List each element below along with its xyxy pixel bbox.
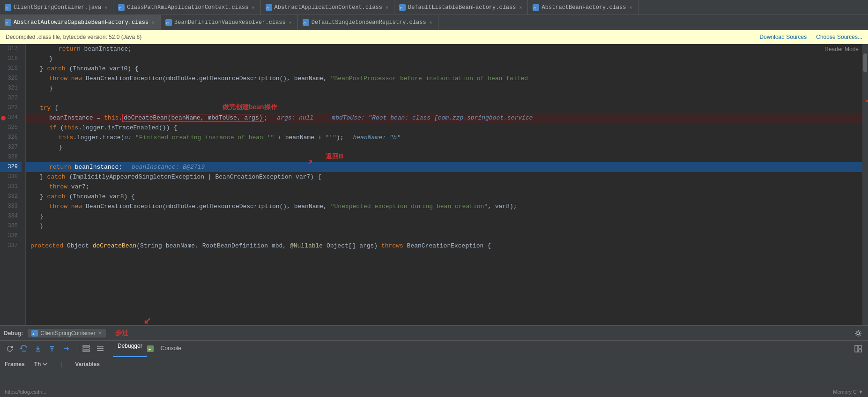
code-line-336 xyxy=(26,231,862,241)
line-321: 321 xyxy=(0,83,22,93)
status-bar: https://blog.csdn... Memory C ▼ xyxy=(0,386,868,397)
tab-label: AbstractBeanFactory.class xyxy=(542,4,626,11)
line-numbers: 317 318 319 320 321 322 323 324 325 326 … xyxy=(0,44,26,325)
svg-text:C: C xyxy=(119,7,121,10)
info-bar-right: Download Sources Choose Sources... xyxy=(760,34,862,40)
step-over-btn[interactable] xyxy=(18,343,30,355)
tab-close[interactable]: ✕ xyxy=(251,4,256,11)
svg-rect-23 xyxy=(83,348,89,349)
code-line-321: } xyxy=(26,83,862,93)
line-337: 337 xyxy=(0,241,22,251)
tab-client-spring[interactable]: J ClientSpringContainer.java ✕ xyxy=(0,0,113,15)
code-line-326: this.logger.trace(o: "Finished creating … xyxy=(26,133,862,142)
svg-rect-32 xyxy=(859,349,861,352)
code-line-327: } xyxy=(26,142,862,152)
view-table-btn[interactable] xyxy=(80,343,92,355)
download-sources-link[interactable]: Download Sources xyxy=(760,34,807,40)
svg-rect-24 xyxy=(83,350,89,352)
tab-abstractapp[interactable]: C AbstractApplicationContext.class ✕ xyxy=(261,0,394,15)
layout-btn[interactable] xyxy=(852,343,864,355)
line-318: 318 xyxy=(0,54,22,64)
debug-toolbar: Debugger ► Console xyxy=(0,341,868,357)
th-section[interactable]: Th xyxy=(34,361,48,367)
main-area: Reader Mode 317 318 319 320 321 322 323 … xyxy=(0,44,868,325)
code-line-317: return beanInstance; xyxy=(26,44,862,54)
step-into-icon xyxy=(34,345,42,353)
svg-text:C: C xyxy=(6,22,8,25)
step-over-icon xyxy=(20,345,28,353)
svg-text:C: C xyxy=(166,22,169,25)
tab-close[interactable]: ✕ xyxy=(518,4,523,11)
memory-indicator[interactable]: Memory C ▼ xyxy=(833,389,863,395)
console-tab[interactable]: Console xyxy=(156,343,186,354)
class-icon: C xyxy=(266,4,272,11)
code-line-324: beanInstance = this.doCreateBean(beanNam… xyxy=(26,113,862,123)
tab-defaultlistable[interactable]: C DefaultListableBeanFactory.class ✕ xyxy=(394,0,528,15)
tab-classpathxml[interactable]: C ClassPathXmlApplicationContext.class ✕ xyxy=(113,0,260,15)
toolbar-divider xyxy=(76,344,76,353)
status-url: https://blog.csdn... xyxy=(5,389,46,395)
tab-close[interactable]: ✕ xyxy=(429,19,433,26)
svg-rect-22 xyxy=(83,345,89,347)
tab-abstractautowire[interactable]: C AbstractAutowireCapableBeanFactory.cla… xyxy=(0,15,161,30)
rerun-button[interactable] xyxy=(4,343,16,355)
line-332: 332 xyxy=(0,192,22,202)
svg-text:J: J xyxy=(6,6,7,10)
debug-label: Debug: xyxy=(4,330,23,337)
annotation-return-b: 返回B xyxy=(326,151,343,161)
step-annotation: ↙ 步过 xyxy=(115,329,128,337)
session-close[interactable]: ✕ xyxy=(98,330,102,336)
line-325: 325 xyxy=(0,123,22,133)
frames-section[interactable]: Frames xyxy=(5,361,25,367)
code-line-328: 返回B ➜ xyxy=(26,152,862,162)
tab-beandefinition[interactable]: C BeanDefinitionValueResolver.class ✕ xyxy=(161,15,298,30)
info-text: Decompiled .class file, bytecode version… xyxy=(6,34,141,40)
tab-close[interactable]: ✕ xyxy=(629,4,633,11)
step-into-btn[interactable] xyxy=(32,343,44,355)
line-319: 319 xyxy=(0,64,22,74)
vertical-scrollbar[interactable] xyxy=(862,44,868,325)
tab-close[interactable]: ✕ xyxy=(104,4,108,11)
code-line-322 xyxy=(26,93,862,103)
debugger-tab[interactable]: Debugger xyxy=(113,341,147,357)
class-icon: C xyxy=(118,4,125,11)
tab-label: ClassPathXmlApplicationContext.class xyxy=(127,4,248,11)
tab-defaultsingleton[interactable]: C DefaultSingletonBeanRegistry.class ✕ xyxy=(298,15,438,30)
variables-section[interactable]: Variables xyxy=(75,361,100,367)
breakpoint-icon[interactable] xyxy=(1,116,6,120)
tab-close[interactable]: ✕ xyxy=(385,4,389,11)
scrollbar-thumb[interactable] xyxy=(863,53,867,72)
debug-panel: Debug: J ClientSpringContainer ✕ ↙ 步过 xyxy=(0,325,868,386)
code-line-329: return beanInstance; beanInstance: B@271… xyxy=(26,162,862,172)
tab-label: DefaultListableBeanFactory.class xyxy=(408,4,516,11)
step-out-btn[interactable] xyxy=(46,343,58,355)
tab-label: ClientSpringContainer.java xyxy=(14,4,101,11)
step-out-icon xyxy=(48,345,56,353)
chevron-down-icon xyxy=(42,361,48,367)
settings-button[interactable] xyxy=(852,327,864,339)
debug-session[interactable]: J ClientSpringContainer ✕ xyxy=(28,329,105,337)
code-line-325: if (this.logger.isTraceEnabled()) { xyxy=(26,123,862,133)
class-icon: C xyxy=(165,19,172,26)
tab-abstractbean[interactable]: C AbstractBeanFactory.class ✕ xyxy=(528,0,638,15)
svg-point-18 xyxy=(857,332,860,335)
class-icon: C xyxy=(399,4,406,11)
svg-text:J: J xyxy=(32,332,34,336)
class-icon: C xyxy=(5,19,11,26)
code-line-330: } catch (ImplicitlyAppearedSingletonExce… xyxy=(26,172,862,182)
run-to-cursor-btn[interactable] xyxy=(60,343,72,355)
choose-sources-link[interactable]: Choose Sources... xyxy=(816,34,862,40)
tab-label: AbstractAutowireCapableBeanFactory.class xyxy=(14,19,148,26)
svg-rect-30 xyxy=(855,345,858,352)
code-line-335: } xyxy=(26,221,862,231)
debug-tab-bar: Debug: J ClientSpringContainer ✕ ↙ 步过 xyxy=(0,326,868,341)
tab-close[interactable]: ✕ xyxy=(151,19,156,26)
java-icon: J xyxy=(5,4,11,11)
view-list-btn[interactable] xyxy=(94,343,106,355)
svg-rect-19 xyxy=(22,351,26,352)
gear-icon xyxy=(854,330,862,337)
status-left: https://blog.csdn... xyxy=(5,389,46,395)
tab-label: AbstractApplicationContext.class xyxy=(274,4,382,11)
tab-close[interactable]: ✕ xyxy=(288,19,293,26)
svg-text:C: C xyxy=(400,7,402,10)
